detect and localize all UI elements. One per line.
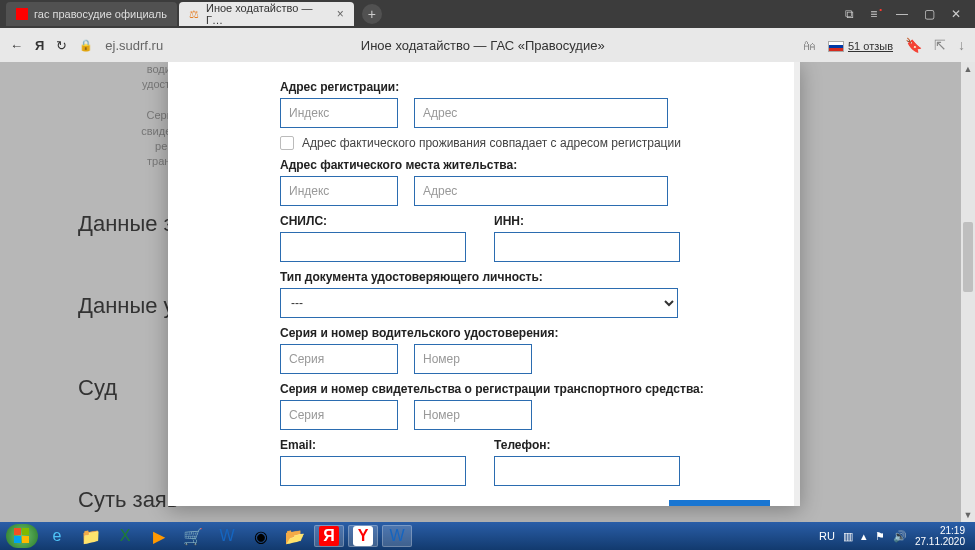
address-bar: ← Я ↻ 🔒 ej.sudrf.ru Иное ходатайство — Г… [0,28,975,62]
doc-type-select[interactable]: --- [280,288,678,318]
new-tab-button[interactable]: + [362,4,382,24]
scroll-down-icon[interactable]: ▼ [961,508,975,522]
scales-icon: ⚖ [189,8,200,20]
url-text[interactable]: ej.sudrf.ru [105,38,163,53]
flag-russia-icon [828,41,844,52]
taskbar-yandex-browser-icon[interactable]: Y [348,525,378,547]
extensions-icon[interactable]: ⇱ [934,37,946,53]
page-scrollbar[interactable]: ▲ ▼ [961,62,975,522]
lock-icon: 🔒 [79,39,93,52]
scroll-up-icon[interactable]: ▲ [961,62,975,76]
reg-index-input[interactable] [280,98,398,128]
vehicle-series-input[interactable] [280,400,398,430]
system-tray: RU ▥ ▴ ⚑ 🔊 21:19 27.11.2020 [819,525,969,547]
tab-label: Иное ходатайство — Г… [206,2,323,26]
close-icon[interactable]: × [337,7,344,21]
taskbar-folder-icon[interactable]: 📂 [280,525,310,547]
svg-rect-1 [22,528,29,535]
driver-number-input[interactable] [414,344,532,374]
bookmark-icon[interactable]: 🔖 [905,37,922,53]
tray-chevron-icon[interactable]: ▴ [861,530,867,543]
maximize-icon[interactable]: ▢ [916,7,943,21]
phone-label: Телефон: [494,438,680,452]
tray-page-icon[interactable]: ▥ [843,530,853,543]
actual-address-input[interactable] [414,176,668,206]
minimize-icon[interactable]: — [888,7,916,21]
inn-input[interactable] [494,232,680,262]
translate-icon[interactable]: 🗛 [802,37,816,53]
page-title: Иное ходатайство — ГАС «Правосудие» [175,38,790,53]
actual-address-label: Адрес фактического места жительства: [280,158,770,172]
modal-scrollbar-thumb[interactable] [795,102,799,222]
doc-type-label: Тип документа удостоверяющего личность: [280,270,770,284]
phone-input[interactable] [494,456,680,486]
tab-yandex-search[interactable]: гас правосудие официаль [6,2,177,26]
reg-address-input[interactable] [414,98,668,128]
inn-label: ИНН: [494,214,680,228]
tray-flag-icon[interactable]: ⚑ [875,530,885,543]
snils-label: СНИЛС: [280,214,466,228]
tab-gas-pravosudie[interactable]: ⚖ Иное ходатайство — Г… × [179,2,354,26]
email-label: Email: [280,438,466,452]
menu-icon[interactable]: ≡ [862,7,888,21]
yandex-favicon [16,8,28,20]
vehicle-cert-label: Серия и номер свидетельства о регистраци… [280,382,770,396]
taskbar-chrome-icon[interactable]: ◉ [246,525,276,547]
taskbar-excel-icon[interactable]: X [110,525,140,547]
same-address-label: Адрес фактического проживания совпадает … [302,136,681,150]
taskbar-cart-icon[interactable]: 🛒 [178,525,208,547]
driver-series-input[interactable] [280,344,398,374]
downloads-icon[interactable]: ↓ [958,37,965,53]
yandex-home-button[interactable]: Я [35,38,44,53]
taskbar-media-icon[interactable]: ▶ [144,525,174,547]
svg-rect-2 [14,536,21,543]
start-button[interactable] [6,524,38,548]
email-input[interactable] [280,456,466,486]
reload-button[interactable]: ↻ [56,38,67,53]
snils-input[interactable] [280,232,466,262]
tab-label: гас правосудие официаль [34,8,167,20]
taskbar-explorer-icon[interactable]: 📁 [76,525,106,547]
browser-tabstrip: гас правосудие официаль ⚖ Иное ходатайст… [0,0,975,28]
close-window-icon[interactable]: ✕ [943,7,969,21]
taskbar-ie-icon[interactable]: e [42,525,72,547]
reviews-badge[interactable]: 51 отзыв [828,38,893,53]
back-button[interactable]: ← [10,38,23,53]
windows-logo-icon [14,528,30,544]
taskbar-yandex-icon[interactable]: Я [314,525,344,547]
tray-volume-icon[interactable]: 🔊 [893,530,907,543]
language-indicator[interactable]: RU [819,530,835,542]
person-form-modal: Адрес регистрации: Адрес фактического пр… [168,62,800,506]
registration-address-label: Адрес регистрации: [280,80,770,94]
same-address-checkbox[interactable] [280,136,294,150]
taskbar-word2-icon[interactable]: W [382,525,412,547]
svg-rect-0 [14,528,21,535]
actual-index-input[interactable] [280,176,398,206]
save-button[interactable]: Сохранить [669,500,770,506]
taskbar-clock[interactable]: 21:19 27.11.2020 [915,525,969,547]
svg-rect-3 [22,536,29,543]
driver-license-label: Серия и номер водительского удостоверени… [280,326,770,340]
scroll-thumb[interactable] [963,222,973,292]
page-viewport: водител удостове Серия и свидетел регист… [0,62,975,522]
vehicle-number-input[interactable] [414,400,532,430]
copy-icon[interactable]: ⧉ [837,7,862,21]
windows-taskbar: e 📁 X ▶ 🛒 W ◉ 📂 Я Y W RU ▥ ▴ ⚑ 🔊 21:19 2… [0,522,975,550]
taskbar-word1-icon[interactable]: W [212,525,242,547]
